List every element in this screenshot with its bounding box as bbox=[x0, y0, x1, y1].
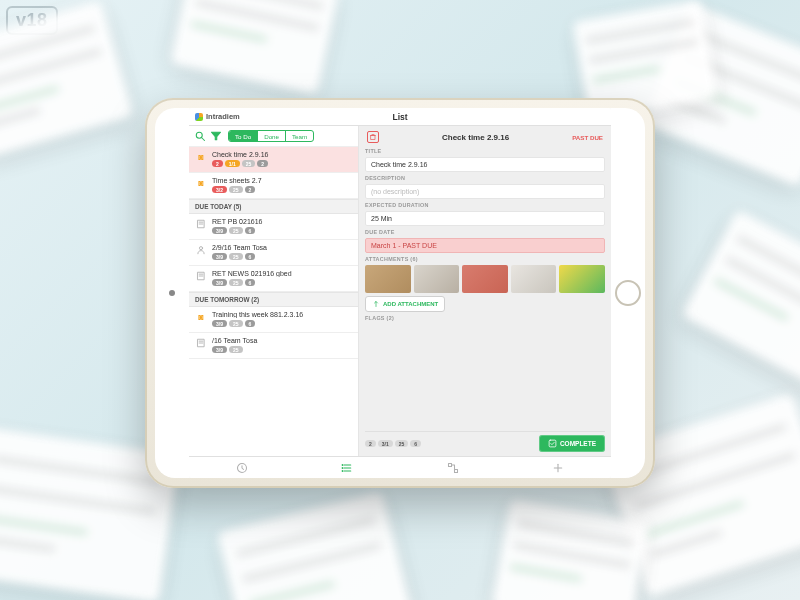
badge: 25 bbox=[229, 227, 243, 234]
label-flags: FLAGS (2) bbox=[365, 315, 605, 321]
delete-button[interactable] bbox=[367, 131, 379, 143]
badge: 6 bbox=[245, 253, 256, 260]
detail-title: Check time 2.9.16 bbox=[442, 133, 509, 142]
badge: 6 bbox=[245, 320, 256, 327]
label-due: DUE DATE bbox=[365, 229, 605, 235]
item-type-icon: ◙ bbox=[195, 177, 207, 189]
list-item[interactable]: RET NEWS 021916 gbed3/9256 bbox=[189, 266, 358, 292]
badge: 3/9 bbox=[212, 346, 227, 353]
item-type-icon: ◙ bbox=[195, 311, 207, 323]
home-button[interactable] bbox=[615, 280, 641, 306]
footer-badge: 2 bbox=[365, 440, 376, 447]
badge: 6 bbox=[245, 279, 256, 286]
description-field[interactable]: (no description) bbox=[365, 184, 605, 199]
svg-rect-16 bbox=[549, 440, 556, 447]
item-title: RET NEWS 021916 gbed bbox=[212, 270, 352, 277]
item-title: Check time 2.9.16 bbox=[212, 151, 352, 158]
item-title: Time sheets 2.7 bbox=[212, 177, 352, 184]
badge: 3/9 bbox=[212, 279, 227, 286]
detail-footer: 23/1256 COMPLETE bbox=[365, 431, 605, 456]
label-description: DESCRIPTION bbox=[365, 175, 605, 181]
badge: 2 bbox=[245, 186, 256, 193]
item-title: /16 Team Tosa bbox=[212, 337, 352, 344]
footer-badge: 3/1 bbox=[378, 440, 393, 447]
attachment-thumb[interactable] bbox=[511, 265, 557, 293]
filter-icon[interactable] bbox=[210, 130, 222, 142]
search-icon[interactable] bbox=[194, 130, 206, 142]
app-header: Intradiem List bbox=[189, 108, 611, 126]
detail-status: PAST DUE bbox=[572, 134, 603, 141]
list-item[interactable]: ◙Check time 2.9.1621/1252 bbox=[189, 147, 358, 173]
badge: 2 bbox=[257, 160, 268, 167]
label-duration: EXPECTED DURATION bbox=[365, 202, 605, 208]
label-attachments: ATTACHMENTS (6) bbox=[365, 256, 605, 262]
svg-point-21 bbox=[342, 464, 343, 465]
svg-point-23 bbox=[342, 470, 343, 471]
svg-marker-2 bbox=[212, 132, 221, 140]
item-type-icon bbox=[195, 218, 207, 230]
badge: 25 bbox=[229, 346, 243, 353]
segment-team[interactable]: Team bbox=[285, 131, 313, 141]
task-detail-pane: Check time 2.9.16 PAST DUE TITLE Check t… bbox=[359, 126, 611, 456]
item-type-icon bbox=[195, 337, 207, 349]
tab-bar bbox=[189, 456, 611, 478]
list-item[interactable]: 2/9/16 Team Tosa3/9256 bbox=[189, 240, 358, 266]
complete-button[interactable]: COMPLETE bbox=[539, 435, 605, 452]
footer-badges: 23/1256 bbox=[365, 440, 421, 447]
add-attachment-label: ADD ATTACHMENT bbox=[383, 301, 438, 307]
svg-point-22 bbox=[342, 467, 343, 468]
badge: 25 bbox=[229, 253, 243, 260]
list-toolbar: To Do Done Team bbox=[189, 126, 358, 147]
badge: 25 bbox=[242, 160, 256, 167]
item-title: 2/9/16 Team Tosa bbox=[212, 244, 352, 251]
list-item[interactable]: ◙Training this week 881.2.3.163/9256 bbox=[189, 307, 358, 333]
camera-dot bbox=[169, 290, 175, 296]
item-title: Training this week 881.2.3.16 bbox=[212, 311, 352, 318]
screen-title: List bbox=[359, 112, 441, 122]
tab-clock[interactable] bbox=[189, 457, 295, 478]
item-type-icon: ◙ bbox=[195, 151, 207, 163]
task-list[interactable]: ◙Check time 2.9.1621/1252◙Time sheets 2.… bbox=[189, 147, 358, 456]
badge: 3/9 bbox=[212, 253, 227, 260]
tab-list[interactable] bbox=[295, 457, 401, 478]
item-type-icon bbox=[195, 270, 207, 282]
badge: 1/1 bbox=[225, 160, 240, 167]
tab-flow[interactable] bbox=[400, 457, 506, 478]
brand-name: Intradiem bbox=[206, 112, 240, 121]
task-list-pane: To Do Done Team ◙Check time 2.9.1621/125… bbox=[189, 126, 359, 456]
badge: 3/2 bbox=[212, 186, 227, 193]
attachments-row bbox=[365, 265, 605, 293]
section-header: DUE TOMORROW (2) bbox=[189, 292, 358, 307]
segment-todo[interactable]: To Do bbox=[229, 131, 257, 141]
brand-logo-icon bbox=[195, 113, 203, 121]
due-field[interactable]: March 1 - PAST DUE bbox=[365, 238, 605, 253]
item-type-icon bbox=[195, 244, 207, 256]
attachment-thumb[interactable] bbox=[414, 265, 460, 293]
complete-label: COMPLETE bbox=[560, 440, 596, 447]
list-item[interactable]: RET PB 0216163/9256 bbox=[189, 214, 358, 240]
label-title: TITLE bbox=[365, 148, 605, 154]
duration-field[interactable]: 25 Min bbox=[365, 211, 605, 226]
item-title: RET PB 021616 bbox=[212, 218, 352, 225]
app-screen: Intradiem List To Do bbox=[189, 108, 611, 478]
segment-done[interactable]: Done bbox=[257, 131, 285, 141]
list-item[interactable]: ◙Time sheets 2.73/2252 bbox=[189, 173, 358, 199]
badge: 2 bbox=[212, 160, 223, 167]
badge: 25 bbox=[229, 320, 243, 327]
brand: Intradiem bbox=[189, 112, 359, 121]
section-header: DUE TODAY (5) bbox=[189, 199, 358, 214]
tab-add[interactable] bbox=[506, 457, 612, 478]
segment-control: To Do Done Team bbox=[228, 130, 314, 142]
svg-line-1 bbox=[202, 138, 205, 141]
attachment-thumb[interactable] bbox=[365, 265, 411, 293]
attachment-thumb[interactable] bbox=[559, 265, 605, 293]
footer-badge: 25 bbox=[395, 440, 409, 447]
title-field[interactable]: Check time 2.9.16 bbox=[365, 157, 605, 172]
add-attachment-button[interactable]: ADD ATTACHMENT bbox=[365, 296, 445, 312]
ipad-frame: Intradiem List To Do bbox=[145, 98, 655, 488]
attachment-thumb[interactable] bbox=[462, 265, 508, 293]
list-item[interactable]: /16 Team Tosa3/925 bbox=[189, 333, 358, 359]
badge: 6 bbox=[245, 227, 256, 234]
svg-rect-13 bbox=[371, 136, 375, 140]
svg-point-6 bbox=[199, 247, 202, 250]
